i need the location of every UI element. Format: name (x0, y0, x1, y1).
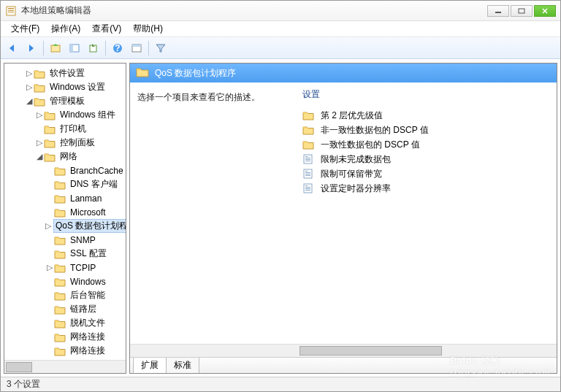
maximize-button[interactable] (511, 5, 533, 17)
setting-folder-row[interactable]: 一致性数据包的 DSCP 值 (302, 137, 552, 152)
svg-rect-26 (55, 237, 58, 239)
export-button[interactable] (85, 39, 102, 57)
content-body: 选择一个项目来查看它的描述。 设置 第 2 层优先级值非一致性数据包的 DSCP… (130, 82, 557, 344)
setting-folder-row[interactable]: 第 2 层优先级值 (302, 108, 552, 123)
svg-rect-34 (55, 348, 58, 350)
expander-icon[interactable]: ◢ (25, 96, 34, 106)
svg-rect-49 (305, 175, 310, 176)
tree-label: TCPIP (68, 262, 98, 274)
svg-rect-52 (305, 187, 310, 188)
setting-label: 非一致性数据包的 DSCP 值 (321, 124, 429, 137)
separator (43, 41, 44, 55)
tree-item[interactable]: 网络连接 (4, 330, 126, 344)
setting-label: 设置定时器分辨率 (321, 182, 391, 195)
svg-rect-6 (51, 45, 60, 52)
column-header-setting[interactable]: 设置 (302, 88, 552, 101)
tree-item[interactable]: ▷Windows 组件 (4, 108, 126, 122)
tree-item[interactable]: 链路层 (4, 302, 126, 316)
svg-rect-23 (55, 196, 58, 197)
tree-label: 网络 (58, 150, 80, 164)
tree-hscrollbar[interactable] (4, 360, 126, 373)
svg-rect-19 (45, 140, 48, 142)
forward-button[interactable] (23, 39, 40, 57)
window-controls (487, 5, 556, 17)
svg-rect-14 (34, 71, 38, 72)
tree-item[interactable]: 打印机 (4, 122, 126, 136)
properties-button[interactable] (128, 39, 145, 57)
description-panel: 选择一个项目来查看它的描述。 (130, 82, 298, 344)
tree-label: 后台智能 (68, 288, 107, 302)
tree-item[interactable]: BranchCache (4, 164, 126, 177)
tree-item[interactable]: ▷Windows 设置 (4, 80, 126, 94)
content-hscrollbar[interactable] (130, 344, 557, 357)
setting-label: 一致性数据包的 DSCP 值 (321, 139, 420, 151)
svg-rect-5 (519, 9, 524, 13)
tree-scroll[interactable]: ▷软件设置▷Windows 设置◢管理模板▷Windows 组件打印机▷控制面板… (4, 64, 126, 360)
up-button[interactable] (47, 39, 64, 57)
tree-label: Windows 组件 (58, 108, 118, 122)
tree-label: 链路层 (68, 302, 99, 316)
setting-item-row[interactable]: 限制未完成数据包 (302, 152, 552, 166)
close-button[interactable] (534, 5, 556, 17)
tree-item[interactable]: ◢网络 (4, 150, 126, 164)
tree-item[interactable]: ▷QoS 数据包计划程序 (4, 219, 126, 233)
svg-rect-37 (303, 112, 307, 114)
setting-item-row[interactable]: 限制可保留带宽 (302, 166, 552, 181)
minimize-button[interactable] (487, 5, 509, 17)
tree-item[interactable]: 网络连接 (4, 344, 126, 358)
setting-folder-row[interactable]: 非一致性数据包的 DSCP 值 (302, 123, 552, 137)
tree-item[interactable]: ▷TCPIP (4, 261, 126, 274)
help-button[interactable]: ? (109, 39, 126, 57)
settings-list: 设置 第 2 层优先级值非一致性数据包的 DSCP 值一致性数据包的 DSCP … (298, 82, 557, 344)
tree-item[interactable]: ▷软件设置 (4, 66, 126, 80)
expander-icon[interactable]: ◢ (35, 152, 44, 161)
expander-icon[interactable]: ▷ (45, 221, 51, 231)
tree-label: QoS 数据包计划程序 (53, 219, 126, 233)
svg-rect-27 (55, 251, 58, 253)
menu-file[interactable]: 文件(F) (5, 21, 45, 36)
setting-item-row[interactable]: 设置定时器分辨率 (302, 181, 552, 196)
tree-item[interactable]: Windows (4, 274, 126, 288)
tree-label: Microsoft (68, 207, 108, 218)
svg-rect-13 (132, 45, 141, 47)
tree-item[interactable]: Lanman (4, 191, 126, 205)
settings-items: 第 2 层优先级值非一致性数据包的 DSCP 值一致性数据包的 DSCP 值限制… (302, 108, 552, 196)
svg-rect-8 (70, 45, 73, 52)
expander-icon[interactable]: ▷ (25, 69, 34, 78)
tree-label: BranchCache (68, 165, 126, 177)
tree-item[interactable]: DNS 客户端 (4, 177, 126, 191)
expander-icon[interactable]: ▷ (35, 110, 44, 120)
scrollbar-thumb[interactable] (299, 346, 442, 356)
tab-standard[interactable]: 标准 (166, 358, 199, 374)
scrollbar-thumb[interactable] (6, 362, 32, 372)
menu-view[interactable]: 查看(V) (86, 21, 127, 36)
tree-item[interactable]: 后台智能 (4, 288, 126, 302)
tree-item[interactable]: 脱机文件 (4, 316, 126, 330)
tree-item[interactable]: ◢管理模板 (4, 94, 126, 108)
svg-rect-28 (55, 265, 58, 266)
filter-button[interactable] (152, 39, 169, 57)
expander-icon[interactable]: ▷ (35, 138, 44, 147)
statusbar: 3 个设置 (1, 377, 560, 391)
titlebar: 本地组策略编辑器 (1, 1, 560, 21)
toolbar: ? (1, 37, 560, 59)
tree-label: 网络连接 (68, 330, 107, 344)
main-body: ▷软件设置▷Windows 设置◢管理模板▷Windows 组件打印机▷控制面板… (1, 59, 560, 377)
tree-item[interactable]: Microsoft (4, 205, 126, 219)
expander-icon[interactable]: ▷ (45, 263, 54, 272)
svg-rect-32 (55, 320, 58, 322)
svg-rect-53 (305, 188, 310, 189)
show-hide-tree-button[interactable] (66, 39, 83, 57)
tree-item[interactable]: SNMP (4, 233, 126, 247)
expander-icon[interactable]: ▷ (25, 82, 34, 92)
svg-rect-46 (305, 171, 308, 172)
svg-rect-30 (55, 293, 58, 294)
menu-help[interactable]: 帮助(H) (127, 21, 169, 36)
tree-item[interactable]: SSL 配置 (4, 247, 126, 261)
menu-action[interactable]: 操作(A) (45, 21, 86, 36)
tree-item[interactable]: ▷控制面板 (4, 136, 126, 150)
tree-label: 脱机文件 (68, 316, 107, 330)
tree-label: 软件设置 (47, 66, 87, 80)
tab-extended[interactable]: 扩展 (133, 358, 167, 374)
back-button[interactable] (4, 39, 21, 57)
